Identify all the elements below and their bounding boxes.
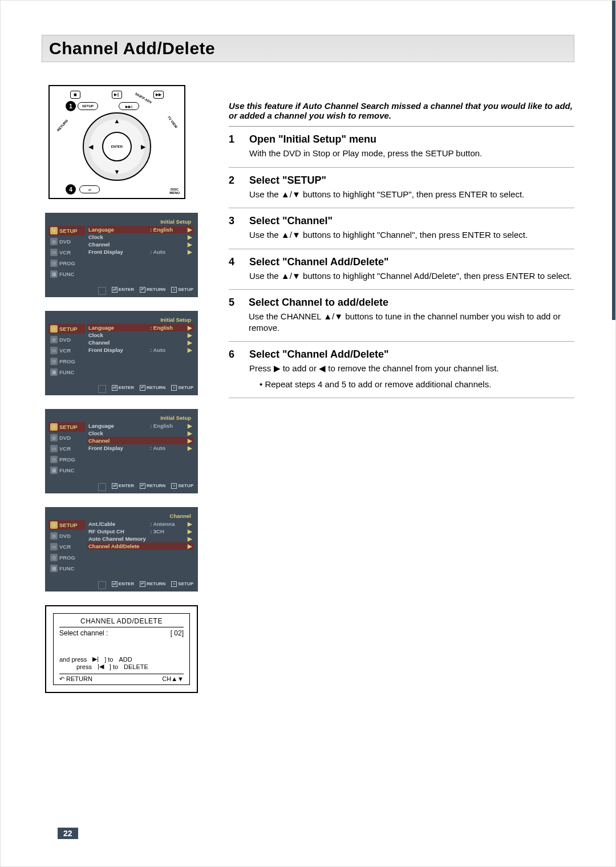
menu-row: Auto Channel Memory▶	[87, 535, 193, 542]
osd-tab-func: ▦FUNC	[48, 564, 85, 573]
osd-tab-prog: ◷PROG	[48, 455, 85, 464]
chevron-right-icon: ▶	[187, 445, 192, 451]
step-body: With the DVD in Stop or Play mode, press…	[249, 148, 482, 159]
menu-row: Language: English▶	[87, 226, 193, 233]
chevron-right-icon: ▶	[187, 536, 192, 542]
remote-top-btn: ◼	[70, 91, 80, 99]
footer-enter: ⏎ENTER	[112, 581, 134, 589]
play-left-icon: |◀	[98, 663, 104, 670]
dialog-ch-updown: CH▲▼	[162, 675, 184, 683]
move-icon	[98, 287, 106, 295]
osd-setup-2: Initial Setup ✿SETUP ◎DVD ▭VCR ◷PROG ▦FU…	[45, 311, 198, 395]
step-number: 3	[229, 215, 239, 241]
gear-icon: ✿	[50, 227, 58, 234]
clock-icon: ◷	[50, 260, 58, 267]
dvd-icon: ◎	[50, 238, 58, 245]
osd-setup-1: Initial Setup ✿SETUP ◎DVD ▭VCR ◷PROG ▦FU…	[45, 213, 198, 297]
menu-row: Language: English▶	[87, 422, 193, 430]
chevron-right-icon: ▶	[187, 241, 192, 248]
osd-tab-setup: ✿SETUP	[48, 422, 85, 432]
move-icon	[98, 385, 106, 393]
move-icon	[98, 483, 106, 491]
remote-setup-btn: SETUP	[78, 102, 98, 110]
menu-row: Channel▶	[87, 339, 193, 346]
osd-tab-prog: ◷PROG	[48, 356, 85, 366]
remote-top-btn: ▶∥	[112, 91, 122, 99]
chevron-right-icon: ▶	[187, 430, 192, 436]
osd-tab-dvd: ◎DVD	[48, 237, 85, 246]
step-title: Select "Channel Add/Delete"	[249, 256, 572, 268]
chevron-right-icon: ▶	[187, 423, 192, 429]
chevron-right-icon: ▶	[187, 437, 192, 444]
page-number: 22	[58, 828, 78, 839]
step-title: Select "SETUP"	[249, 175, 524, 187]
menu-row: Front Display: Auto▶	[87, 248, 193, 256]
chevron-right-icon: ▶	[187, 347, 192, 353]
remote-skip-btn: ▶▶|	[119, 102, 139, 110]
osd-heading: Initial Setup	[48, 415, 193, 421]
clock-icon: ◷	[50, 554, 58, 561]
func-icon: ▦	[50, 565, 58, 572]
chevron-right-icon: ▶	[187, 339, 192, 346]
remote-disc-label: DISCMENU	[169, 188, 180, 195]
chevron-right-icon: ▶	[187, 249, 192, 255]
osd-heading: Initial Setup	[48, 317, 193, 323]
step-body: Use the ▲/▼ buttons to highlight "Channe…	[249, 270, 572, 282]
gear-icon: ✿	[50, 423, 58, 431]
callout-4: 4	[66, 184, 76, 195]
step-6: 6 Select "Channel Add/Delete" Press ▶ to…	[229, 342, 574, 398]
dpad-left-icon: ◀	[88, 144, 93, 150]
footer-enter: ⏎ENTER	[112, 385, 134, 393]
menu-row: Ant./Cable: Antenna▶	[87, 520, 193, 528]
menu-row: Channel▶	[87, 437, 193, 444]
osd-tab-vcr: ▭VCR	[48, 346, 85, 355]
footer-return: ↶RETURN	[140, 287, 165, 295]
step-number: 2	[229, 175, 239, 200]
step-4: 4 Select "Channel Add/Delete" Use the ▲/…	[229, 249, 574, 290]
footer-setup: ≡SETUP	[171, 385, 193, 393]
intro-text: Use this feature if Auto Channel Search …	[229, 101, 574, 126]
dpad-right-icon: ▶	[141, 144, 145, 150]
footer-setup: ≡SETUP	[171, 287, 193, 295]
step-number: 5	[229, 297, 238, 333]
step-5: 5 Select Channel to add/delete Use the C…	[229, 290, 574, 342]
func-icon: ▦	[50, 270, 58, 278]
steps-list: 1 Open "Initial Setup" menu With the DVD…	[229, 126, 574, 398]
footer-return: ↶RETURN	[140, 581, 165, 589]
footer-setup: ≡SETUP	[171, 581, 193, 589]
osd-tab-setup: ✿SETUP	[48, 226, 85, 236]
chevron-right-icon: ▶	[187, 332, 192, 338]
func-icon: ▦	[50, 368, 58, 376]
footer-return: ↶RETURN	[140, 385, 165, 393]
menu-row: Channel Add/Delete▶	[87, 542, 193, 550]
chevron-right-icon: ▶	[187, 543, 192, 549]
osd-heading: Channel	[48, 513, 193, 519]
channel-value: [ 02]	[171, 629, 184, 637]
menu-row: Channel▶	[87, 241, 193, 248]
manual-page: Channel Add/Delete ◼ ▶∥ ▶▶ 1 SETUP ▶▶| S…	[0, 0, 616, 867]
remote-return-btn: ↩	[79, 185, 100, 193]
osd-tab-prog: ◷PROG	[48, 553, 85, 562]
menu-row: Front Display: Auto▶	[87, 346, 193, 354]
step-1: 1 Open "Initial Setup" menu With the DVD…	[229, 127, 574, 168]
osd-setup-3: Initial Setup ✿SETUP ◎DVD ▭VCR ◷PROG ▦FU…	[45, 409, 198, 493]
menu-row: RF Output CH: 3CH▶	[87, 528, 193, 535]
menu-row: Clock▶	[87, 233, 193, 241]
step-body: Use the CHANNEL ▲/▼ buttons to tune in t…	[249, 311, 574, 333]
osd-tab-setup: ✿SETUP	[48, 324, 85, 334]
menu-row: Front Display: Auto▶	[87, 444, 193, 452]
chevron-right-icon: ▶	[187, 226, 192, 233]
clock-icon: ◷	[50, 358, 58, 365]
step-3: 3 Select "Channel" Use the ▲/▼ buttons t…	[229, 208, 574, 249]
menu-row: Clock▶	[87, 331, 193, 339]
gear-icon: ✿	[50, 325, 58, 333]
osd-tab-dvd: ◎DVD	[48, 335, 85, 345]
osd-tab-vcr: ▭VCR	[48, 542, 85, 552]
content-columns: ◼ ▶∥ ▶▶ 1 SETUP ▶▶| SKIP/F.ADV RETURN TV…	[42, 85, 574, 693]
step-number: 4	[229, 256, 239, 282]
step-title: Select Channel to add/delete	[249, 297, 574, 309]
chevron-right-icon: ▶	[187, 521, 192, 527]
step-bullet: Repeat steps 4 and 5 to add or remove ad…	[249, 379, 499, 390]
dialog-return: ↶ RETURN	[59, 675, 92, 683]
edge-stripe	[612, 1, 615, 320]
